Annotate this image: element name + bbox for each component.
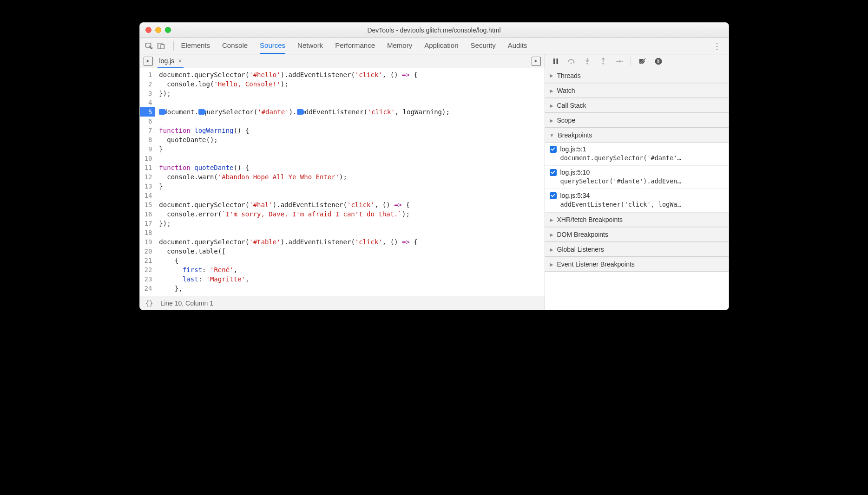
- tab-memory[interactable]: Memory: [387, 38, 412, 54]
- code-line[interactable]: console.table([: [159, 247, 450, 256]
- code-line[interactable]: [159, 117, 450, 126]
- code-line[interactable]: quoteDante();: [159, 135, 450, 144]
- tab-network[interactable]: Network: [297, 38, 323, 54]
- tab-application[interactable]: Application: [424, 38, 458, 54]
- pane-call-stack[interactable]: ▶Call Stack: [545, 98, 729, 113]
- line-number[interactable]: 8: [145, 135, 152, 144]
- breakpoint-checkbox[interactable]: [550, 146, 557, 153]
- code-line[interactable]: });: [159, 89, 450, 98]
- inline-breakpoint-marker[interactable]: [297, 109, 302, 115]
- code-line[interactable]: [159, 228, 450, 237]
- show-debugger-icon[interactable]: [532, 57, 541, 66]
- file-tab[interactable]: log.js ×: [158, 54, 184, 68]
- code-line[interactable]: function quoteDante() {: [159, 163, 450, 172]
- code-line[interactable]: console.error(`I'm sorry, Dave. I'm afra…: [159, 209, 450, 219]
- code-line[interactable]: }: [159, 182, 450, 191]
- code-line[interactable]: document.querySelector('#dante').addEven…: [159, 107, 450, 117]
- code-line[interactable]: first: 'René',: [159, 265, 450, 274]
- show-navigator-icon[interactable]: [144, 57, 153, 66]
- line-number[interactable]: 10: [145, 154, 152, 163]
- line-number[interactable]: 22: [145, 265, 152, 274]
- code-line[interactable]: console.log('Hello, Console!');: [159, 79, 450, 89]
- breakpoint-item[interactable]: log.js:5:1document.querySelector('#dante…: [545, 143, 729, 166]
- code-line[interactable]: document.querySelector('#hello').addEven…: [159, 70, 450, 79]
- tab-elements[interactable]: Elements: [181, 38, 210, 54]
- line-number[interactable]: 2: [145, 79, 152, 89]
- line-number[interactable]: 21: [145, 256, 152, 265]
- line-number[interactable]: 1: [145, 70, 152, 79]
- pane-global-listeners[interactable]: ▶Global Listeners: [545, 242, 729, 257]
- breakpoint-item[interactable]: log.js:5:10querySelector('#dante').addEv…: [545, 166, 729, 189]
- tab-security[interactable]: Security: [471, 38, 496, 54]
- code-line[interactable]: {: [159, 256, 450, 265]
- device-toolbar-icon[interactable]: [157, 41, 166, 51]
- code-line[interactable]: console.warn('Abandon Hope All Ye Who En…: [159, 172, 450, 182]
- inspect-element-icon[interactable]: [145, 41, 154, 51]
- step-button[interactable]: [613, 56, 625, 66]
- breakpoint-item[interactable]: log.js:5:34addEventListener('click', log…: [545, 189, 729, 212]
- pause-script-button[interactable]: [550, 56, 562, 66]
- pane-scope[interactable]: ▶Scope: [545, 113, 729, 128]
- code-line[interactable]: [159, 154, 450, 163]
- breakpoint-checkbox[interactable]: [550, 169, 557, 176]
- line-number[interactable]: 6: [145, 117, 152, 126]
- line-number[interactable]: 9: [145, 144, 152, 154]
- code-line[interactable]: [159, 191, 450, 200]
- code-line[interactable]: document.querySelector('#hal').addEventL…: [159, 200, 450, 209]
- code-line[interactable]: last: 'Magritte',: [159, 274, 450, 284]
- pretty-print-icon[interactable]: {}: [145, 300, 153, 307]
- pane-dom-breakpoints[interactable]: ▶DOM Breakpoints: [545, 227, 729, 242]
- tab-sources[interactable]: Sources: [260, 38, 285, 54]
- close-file-tab-icon[interactable]: ×: [178, 57, 182, 65]
- deactivate-breakpoints-button[interactable]: [637, 56, 649, 66]
- code-line[interactable]: function logWarning() {: [159, 126, 450, 135]
- close-window-button[interactable]: [145, 27, 151, 33]
- pane-event-listener-breakpoints[interactable]: ▶Event Listener Breakpoints: [545, 257, 729, 272]
- line-number[interactable]: 3: [145, 89, 152, 98]
- minimize-window-button[interactable]: [155, 27, 161, 33]
- line-number[interactable]: 7: [145, 126, 152, 135]
- code-line[interactable]: document.querySelector('#table').addEven…: [159, 237, 450, 247]
- pane-breakpoints[interactable]: ▼Breakpoints: [545, 128, 729, 143]
- inline-breakpoint-marker[interactable]: [198, 109, 204, 115]
- code-line[interactable]: }: [159, 144, 450, 154]
- pane-xhr-fetch-breakpoints[interactable]: ▶XHR/fetch Breakpoints: [545, 212, 729, 227]
- inline-breakpoint-marker[interactable]: [159, 109, 164, 115]
- line-number[interactable]: 4: [145, 98, 152, 107]
- pane-threads[interactable]: ▶Threads: [545, 68, 729, 83]
- line-number[interactable]: 5: [140, 107, 155, 117]
- pane-watch[interactable]: ▶Watch: [545, 83, 729, 98]
- line-number[interactable]: 16: [145, 209, 152, 219]
- pause-on-exceptions-button[interactable]: [652, 56, 664, 66]
- zoom-window-button[interactable]: [165, 27, 171, 33]
- expand-triangle-icon: ▶: [550, 247, 553, 252]
- line-number[interactable]: 11: [145, 163, 152, 172]
- tab-console[interactable]: Console: [222, 38, 248, 54]
- line-number[interactable]: 17: [145, 219, 152, 228]
- line-number[interactable]: 14: [145, 191, 152, 200]
- breakpoint-snippet: addEventListener('click', logWa…: [560, 201, 724, 208]
- line-number[interactable]: 18: [145, 228, 152, 237]
- code-line[interactable]: },: [159, 284, 450, 293]
- line-number[interactable]: 12: [145, 172, 152, 182]
- line-number-gutter[interactable]: 123456789101112131415161718192021222324: [140, 68, 156, 296]
- line-number[interactable]: 23: [145, 274, 152, 284]
- line-number[interactable]: 19: [145, 237, 152, 247]
- tab-audits[interactable]: Audits: [508, 38, 527, 54]
- code-line[interactable]: [159, 98, 450, 107]
- code-line[interactable]: });: [159, 219, 450, 228]
- line-number[interactable]: 24: [145, 284, 152, 293]
- line-number[interactable]: 15: [145, 200, 152, 209]
- more-options-icon[interactable]: ⋮: [710, 41, 724, 51]
- expand-triangle-icon: ▶: [550, 262, 553, 267]
- step-over-button[interactable]: [566, 56, 578, 66]
- tab-performance[interactable]: Performance: [335, 38, 375, 54]
- line-number[interactable]: 13: [145, 182, 152, 191]
- step-into-button[interactable]: [581, 56, 593, 66]
- code-editor[interactable]: 123456789101112131415161718192021222324 …: [140, 68, 545, 296]
- breakpoint-checkbox[interactable]: [550, 192, 557, 199]
- code-content[interactable]: document.querySelector('#hello').addEven…: [155, 68, 450, 296]
- line-number[interactable]: 20: [145, 247, 152, 256]
- step-out-button[interactable]: [597, 56, 609, 66]
- panel-tabs: ElementsConsoleSourcesNetworkPerformance…: [181, 38, 527, 54]
